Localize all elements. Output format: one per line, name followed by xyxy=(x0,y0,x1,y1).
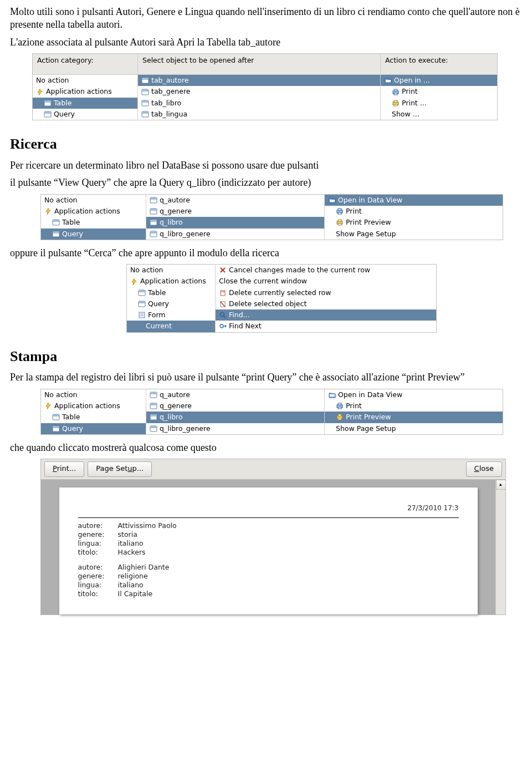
ricerca-p2: il pulsante “View Query” che apre la Que… xyxy=(10,176,522,189)
list-item[interactable]: Table xyxy=(41,217,146,228)
list-item-label: q_libro_genere xyxy=(160,424,211,433)
list-item[interactable]: Table xyxy=(127,287,215,298)
preview-page: 27/3/2010 17:3 autore:Attivissimo Paolo … xyxy=(59,488,478,615)
list-item-label: q_autore xyxy=(160,390,190,399)
col-header-action: Action to execute: xyxy=(381,54,497,75)
ricerca-p1: Per ricercare un determinato libro nel D… xyxy=(10,159,522,172)
list-item[interactable]: tab_genere xyxy=(138,86,380,97)
col-header-category: Action category: xyxy=(33,54,137,75)
list-item[interactable]: q_libro xyxy=(146,217,324,228)
list-item[interactable]: q_genere xyxy=(146,206,324,217)
list-item[interactable]: Print Preview xyxy=(325,217,503,228)
table-icon xyxy=(141,99,149,107)
stampa-p1: Per la stampa del registro dei libri si … xyxy=(10,371,522,384)
list-item-label: tab_autore xyxy=(151,76,188,85)
form-icon xyxy=(138,311,146,319)
list-item[interactable]: Find Next xyxy=(216,321,436,332)
list-item-label: q_genere xyxy=(160,402,192,410)
ricerca-p3: oppure il pulsante “Cerca” che apre appu… xyxy=(10,247,522,260)
list-item[interactable]: Delete selected object xyxy=(216,298,436,309)
list-item[interactable]: Form xyxy=(127,309,215,321)
list-item-label: Current xyxy=(146,322,172,331)
col-header-object: Select object to be opened after xyxy=(138,54,380,75)
scroll-up-icon[interactable]: ▴ xyxy=(496,480,506,490)
list-item[interactable]: Print xyxy=(381,86,497,97)
list-item[interactable]: q_libro_genere xyxy=(146,423,324,434)
list-item-label: No action xyxy=(44,390,77,399)
heading-stampa: Stampa xyxy=(10,347,522,366)
delete-icon xyxy=(219,289,227,297)
list-item[interactable]: Query xyxy=(127,298,215,309)
list-item[interactable]: tab_libro xyxy=(138,98,380,109)
list-item-label: Open in Data View xyxy=(338,390,402,399)
list-item[interactable]: Show ... xyxy=(381,109,497,120)
list-item-label: q_autore xyxy=(160,196,190,205)
list-item[interactable]: Query xyxy=(41,423,146,434)
table-icon xyxy=(150,413,157,421)
list-item[interactable]: Show Page Setup xyxy=(325,423,503,434)
list-item[interactable]: Application actions xyxy=(41,206,146,217)
list-item[interactable]: Open in Data View xyxy=(325,389,503,400)
list-item-label: Application actions xyxy=(54,207,120,216)
table-icon xyxy=(44,110,52,118)
list-item[interactable]: Find... xyxy=(216,309,436,321)
printer-y-icon xyxy=(336,413,344,421)
list-item-label: Cancel changes made to the current row xyxy=(229,266,370,275)
list-item[interactable]: Print xyxy=(325,206,503,217)
list-item[interactable]: q_libro xyxy=(146,412,324,423)
list-item[interactable]: Cancel changes made to the current row xyxy=(216,265,436,276)
list-item[interactable]: Current xyxy=(127,321,215,332)
printer-y-icon xyxy=(336,219,344,226)
list-item-label: Table xyxy=(62,413,80,422)
list-item-label: Print Preview xyxy=(346,413,391,422)
lightning-icon xyxy=(44,207,52,215)
action-panel-1: Action category: No actionApplication ac… xyxy=(32,53,498,120)
list-item[interactable]: q_libro_genere xyxy=(146,228,324,240)
list-item[interactable]: Print Preview xyxy=(325,412,503,423)
list-item[interactable]: No action xyxy=(127,265,215,276)
scrollbar-vertical[interactable]: ▴ xyxy=(495,480,505,615)
list-item-label: Application actions xyxy=(46,87,112,96)
list-item[interactable]: tab_autore xyxy=(138,75,380,86)
stampa-p2: che quando cliccato mostrerà qualcosa co… xyxy=(10,441,522,454)
close-button[interactable]: Close xyxy=(466,461,502,477)
list-item[interactable]: Print ... xyxy=(381,98,497,109)
list-item-label: Show ... xyxy=(392,110,420,119)
list-item[interactable]: Application actions xyxy=(127,276,215,287)
page-setup-button[interactable]: Page Setup... xyxy=(88,461,152,477)
table-icon xyxy=(141,110,149,118)
lightning-icon xyxy=(44,402,52,410)
list-item[interactable]: Query xyxy=(41,228,146,240)
list-item[interactable]: Table xyxy=(41,412,146,423)
list-item-label: q_genere xyxy=(160,207,192,216)
table-icon xyxy=(52,230,60,238)
list-item-label: Form xyxy=(148,311,166,319)
list-item[interactable]: q_genere xyxy=(146,400,324,412)
action-panel-2: No actionApplication actionsTableQuery q… xyxy=(40,194,503,240)
list-item[interactable]: q_autore xyxy=(146,195,324,206)
list-item-label: Print xyxy=(346,207,362,216)
list-item-label: Query xyxy=(62,424,83,433)
list-item[interactable]: Delete currently selected row xyxy=(216,287,436,298)
list-item[interactable]: Show Page Setup xyxy=(325,228,503,240)
list-item[interactable]: No action xyxy=(33,75,137,86)
list-item[interactable]: q_autore xyxy=(146,389,324,400)
list-item-label: q_libro xyxy=(160,413,183,422)
table-icon xyxy=(150,230,157,238)
list-item[interactable]: Open in Data View xyxy=(325,195,503,206)
list-item[interactable]: Application actions xyxy=(33,86,137,97)
list-item[interactable]: Query xyxy=(33,109,137,120)
delete2-icon xyxy=(219,300,227,308)
list-item[interactable]: Application actions xyxy=(41,400,146,412)
print-button[interactable]: Print... xyxy=(44,461,84,477)
table-icon xyxy=(52,219,60,226)
list-item[interactable]: No action xyxy=(41,195,146,206)
list-item[interactable]: Open in ... xyxy=(381,75,497,86)
list-item[interactable]: Close the current window xyxy=(216,276,436,287)
list-item[interactable]: No action xyxy=(41,389,146,400)
folder-icon xyxy=(328,391,336,399)
printer-icon xyxy=(392,88,400,96)
list-item[interactable]: Print xyxy=(325,400,503,412)
list-item[interactable]: Table xyxy=(33,98,137,109)
list-item[interactable]: tab_lingua xyxy=(138,109,380,120)
